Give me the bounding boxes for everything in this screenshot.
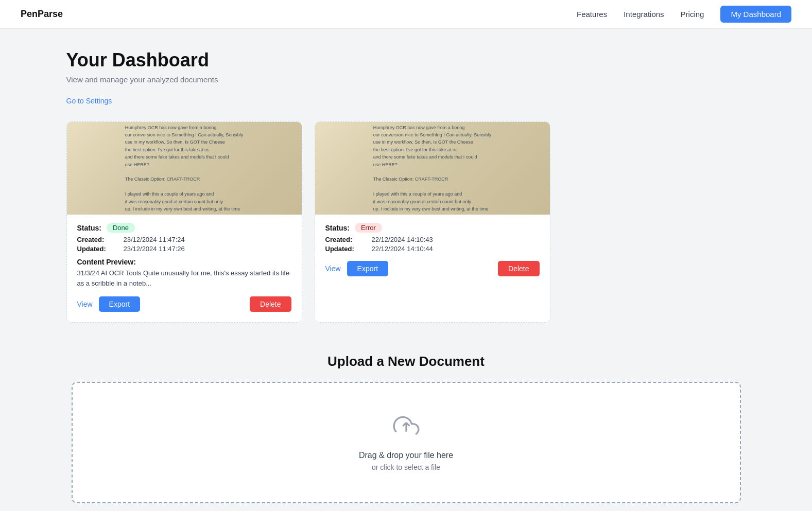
handwriting-image-1: Humphrey OCR has now gave from a boring …: [67, 122, 302, 215]
updated-key-1: Updated:: [77, 245, 124, 253]
created-val-2: 22/12/2024 14:10:43: [372, 236, 433, 243]
preview-text-1: 31/3/24 AI OCR Tools Quite unusually for…: [77, 268, 291, 288]
status-row-2: Status: Error: [325, 223, 540, 233]
upload-dropzone[interactable]: Drag & drop your file here or click to s…: [72, 382, 741, 503]
created-key-2: Created:: [325, 236, 372, 243]
my-dashboard-button[interactable]: My Dashboard: [720, 6, 791, 23]
view-button-1[interactable]: View: [77, 300, 93, 308]
card-image-2: Humphrey OCR has now gave from a boring …: [315, 122, 550, 215]
updated-key-2: Updated:: [325, 245, 372, 253]
updated-val-2: 22/12/2024 14:10:44: [372, 245, 433, 253]
document-card-2: Humphrey OCR has now gave from a boring …: [315, 121, 550, 323]
page-subtitle: View and manage your analyzed documents: [66, 75, 746, 84]
status-label-1: Status:: [77, 224, 101, 232]
delete-button-1[interactable]: Delete: [250, 296, 291, 312]
nav-pricing[interactable]: Pricing: [681, 10, 704, 19]
updated-row-1: Updated: 23/12/2024 11:47:26: [77, 245, 291, 253]
card-image-1: Humphrey OCR has now gave from a boring …: [67, 122, 302, 215]
handwriting-text: Humphrey OCR has now gave from a boring …: [119, 122, 249, 215]
upload-cloud-icon: [393, 414, 420, 440]
nav-integrations[interactable]: Integrations: [624, 10, 664, 19]
upload-title: Upload a New Document: [66, 354, 746, 369]
cards-grid: Humphrey OCR has now gave from a boring …: [66, 121, 550, 323]
created-val-1: 23/12/2024 11:47:24: [124, 236, 185, 243]
card-actions-1: View Export Delete: [77, 296, 291, 312]
upload-section: Upload a New Document Drag & drop your f…: [66, 354, 746, 511]
card-body-1: Status: Done Created: 23/12/2024 11:47:2…: [67, 215, 302, 322]
delete-button-2[interactable]: Delete: [498, 261, 539, 276]
created-row-2: Created: 22/12/2024 14:10:43: [325, 236, 540, 243]
status-label-2: Status:: [325, 224, 350, 232]
brand-logo: PenParse: [21, 9, 63, 20]
handwriting-image-2: Humphrey OCR has now gave from a boring …: [315, 122, 550, 215]
status-badge-error: Error: [355, 223, 382, 233]
created-key-1: Created:: [77, 236, 124, 243]
updated-val-1: 23/12/2024 11:47:26: [124, 245, 185, 253]
card-body-2: Status: Error Created: 22/12/2024 14:10:…: [315, 215, 550, 287]
main-content: Your Dashboard View and manage your anal…: [46, 29, 767, 511]
nav-links: Features Integrations Pricing: [577, 10, 704, 19]
status-badge-done: Done: [107, 223, 135, 233]
handwriting-text-2: Humphrey OCR has now gave from a boring …: [367, 122, 497, 215]
nav-features[interactable]: Features: [577, 10, 607, 19]
view-button-2[interactable]: View: [325, 265, 341, 273]
export-button-2[interactable]: Export: [347, 261, 388, 276]
status-row-1: Status: Done: [77, 223, 291, 233]
updated-row-2: Updated: 22/12/2024 14:10:44: [325, 245, 540, 253]
upload-click-text: or click to select a file: [93, 463, 719, 471]
card-actions-2: View Export Delete: [325, 261, 540, 276]
upload-drag-text: Drag & drop your file here: [93, 451, 719, 460]
preview-label-1: Content Preview:: [77, 258, 291, 266]
export-button-1[interactable]: Export: [99, 296, 140, 312]
settings-link[interactable]: Go to Settings: [66, 97, 112, 105]
page-title: Your Dashboard: [66, 49, 746, 71]
document-card-1: Humphrey OCR has now gave from a boring …: [66, 121, 302, 323]
created-row-1: Created: 23/12/2024 11:47:24: [77, 236, 291, 243]
